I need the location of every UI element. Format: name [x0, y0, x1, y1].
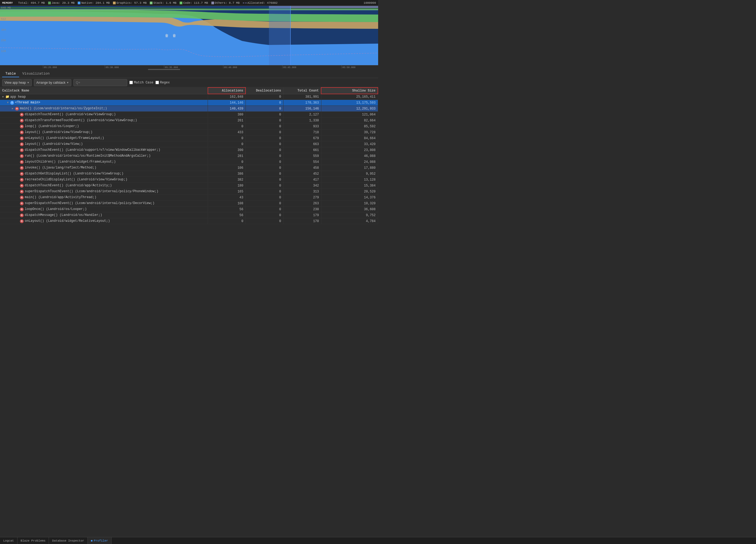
alloc-cell: 386 [208, 171, 246, 177]
table-row[interactable]: monLayout() (Landroid/widget/RelativeLay… [0, 218, 378, 224]
method-icon: T [10, 101, 14, 105]
callstack-name: dispatchTouchEvent() (Landroid/support/v… [25, 148, 160, 152]
callstack-cell: mdispatchGetDisplayList() (Landroid/view… [0, 171, 208, 177]
method-icon: m [20, 142, 24, 146]
method-icon: m [20, 196, 24, 199]
table-row[interactable]: ▼T<Thread main>144,1460170,36313,175,593 [0, 100, 378, 106]
callstack-cell: msuperDispatchTouchEvent() (Lcom/android… [0, 200, 208, 206]
callstack-name: superDispatchTouchEvent() (Lcom/android/… [25, 201, 154, 205]
shallow-size-cell: 121,064 [321, 112, 378, 118]
col-deallocations[interactable]: Deallocations [246, 87, 283, 94]
alloc-cell: 261 [208, 118, 246, 123]
table-row[interactable]: mdispatchMessage() (Landroid/os/Handler;… [0, 212, 378, 218]
table-row[interactable]: monLayout() (Landroid/widget/FrameLayout… [0, 135, 378, 141]
regex-label[interactable]: Regex [155, 81, 170, 84]
expand-arrow[interactable]: ▼ [2, 95, 5, 98]
callstack-cell: mloopOnce() (Landroid/os/Looper;) [0, 206, 208, 212]
total-count-cell: 263 [283, 200, 321, 206]
tab-table[interactable]: Table [2, 70, 19, 77]
table-row[interactable]: mrecreateChildDisplayList() (Landroid/vi… [0, 177, 378, 183]
search-input[interactable] [73, 79, 127, 86]
others-legend: Others: 8.7 MB [211, 1, 240, 5]
tab-visualization[interactable]: Visualization [19, 70, 53, 77]
dealloc-cell: 0 [246, 106, 283, 112]
toolbar: View app heap ▼ Arrange by callstack ▼ M… [0, 78, 378, 87]
table-row[interactable]: mdispatchTouchEvent() (Landroid/app/Acti… [0, 183, 378, 189]
callstack-cell: mdispatchTouchEvent() (Landroid/view/Vie… [0, 112, 208, 118]
callstack-name: dispatchTouchEvent() (Landroid/view/View… [25, 112, 116, 116]
callstack-cell: monLayout() (Landroid/widget/RelativeLay… [0, 218, 208, 224]
stack-legend: Stack: 1.6 MB [150, 1, 176, 5]
total-count-cell: 679 [283, 135, 321, 141]
indent-spacer [2, 148, 17, 152]
table-row[interactable]: msuperDispatchTouchEvent() (Lcom/android… [0, 200, 378, 206]
heap-dropdown[interactable]: View app heap ▼ [2, 79, 32, 86]
arrange-dropdown[interactable]: Arrange by callstack ▼ [34, 79, 71, 86]
alloc-cell: 380 [208, 112, 246, 118]
table-row[interactable]: mmain() (Landroid/app/ActivityThread;)43… [0, 194, 378, 200]
svg-rect-18 [148, 69, 180, 70]
regex-checkbox[interactable] [155, 81, 159, 84]
col-total-count[interactable]: Total Count [283, 87, 321, 94]
table-row[interactable]: mlayoutChildren() (Landroid/widget/Frame… [0, 159, 378, 165]
dealloc-cell: 0 [246, 135, 283, 141]
table-row[interactable]: mloop() (Landroid/os/Looper;)0093385,592 [0, 123, 378, 129]
table-row[interactable]: msuperDispatchTouchEvent() (Lcom/android… [0, 189, 378, 194]
indent-spacer [2, 201, 17, 205]
alloc-cell: 144,146 [208, 100, 246, 106]
method-icon: m [20, 207, 24, 211]
alloc-cell: 0 [208, 123, 246, 129]
alloc-cell: 0 [208, 141, 246, 147]
callstack-name: superDispatchTouchEvent() (Lcom/android/… [25, 189, 158, 193]
expand-arrow[interactable]: ▶ [12, 107, 15, 110]
method-icon: m [15, 107, 19, 111]
svg-text:05:35.000: 05:35.000 [165, 66, 178, 69]
table-row[interactable]: mdispatchGetDisplayList() (Landroid/view… [0, 171, 378, 177]
heap-dropdown-label: View app heap [5, 81, 26, 84]
table-row[interactable]: mrun() (Lcom/android/internal/os/Runtime… [0, 153, 378, 159]
dealloc-cell: 0 [246, 118, 283, 123]
shallow-size-cell: 85,592 [321, 123, 378, 129]
indent-spacer [2, 107, 12, 110]
callstack-name: run() (Lcom/android/internal/os/RuntimeI… [25, 154, 151, 158]
match-case-label[interactable]: Match Case [129, 81, 153, 84]
total-count-cell: 933 [283, 123, 321, 129]
table-row[interactable]: mloopOnce() (Landroid/os/Looper;)5602303… [0, 206, 378, 212]
dealloc-cell: 0 [246, 189, 283, 194]
shallow-size-cell: 10,320 [321, 200, 378, 206]
shallow-size-cell: 13,175,593 [321, 100, 378, 106]
table-row[interactable]: mdispatchTransformedTouchEvent() (Landro… [0, 118, 378, 123]
alloc-cell: 43 [208, 194, 246, 200]
graphics-legend: Graphics: 57.3 MB [113, 1, 147, 5]
match-case-checkbox[interactable] [129, 81, 133, 84]
callstack-cell: mdispatchTransformedTouchEvent() (Landro… [0, 118, 208, 123]
callstack-name: dispatchMessage() (Landroid/os/Handler;) [25, 213, 102, 217]
table-row[interactable]: ▶mmain() (Lcom/android/internal/os/Zygot… [0, 106, 378, 112]
indent-spacer [2, 166, 17, 169]
total-count-cell: 663 [283, 141, 321, 147]
total-count-cell: 1,330 [283, 118, 321, 123]
col-shallow-size[interactable]: Shallow Size [321, 87, 378, 94]
table-row[interactable]: mlayout() (Landroid/view/View;)0066333,4… [0, 141, 378, 147]
java-legend: Java: 29.3 MB [48, 1, 75, 5]
alloc-cell: 162,848 [208, 94, 246, 100]
shallow-size-cell: 4,784 [321, 218, 378, 224]
table-container[interactable]: Callstack Name Allocations Deallocations… [0, 87, 378, 272]
shallow-size-cell: 9,752 [321, 212, 378, 218]
method-icon: m [20, 172, 24, 176]
table-row[interactable]: mdispatchTouchEvent() (Landroid/support/… [0, 147, 378, 153]
table-row[interactable]: minvoke() (Ljava/lang/reflect/Method;)10… [0, 165, 378, 171]
table-row[interactable]: ▼📁app heap162,8480381,99125,165,411 [0, 94, 378, 100]
col-allocations[interactable]: Allocations [208, 87, 246, 94]
callstack-cell: ▶mmain() (Lcom/android/internal/os/Zygot… [0, 106, 208, 112]
table-row[interactable]: mdispatchTouchEvent() (Landroid/view/Vie… [0, 112, 378, 118]
heap-dropdown-arrow: ▼ [27, 81, 29, 84]
callstack-name: loopOnce() (Landroid/os/Looper;) [25, 207, 87, 211]
dealloc-cell: 0 [246, 153, 283, 159]
expand-arrow[interactable]: ▼ [7, 101, 10, 104]
indent-spacer [2, 112, 17, 116]
method-icon: m [20, 113, 24, 116]
indent-spacer [2, 219, 17, 223]
memory-header: MEMORY Total: 494.7 MB Java: 29.3 MB Nat… [0, 0, 378, 6]
table-row[interactable]: mlayout() (Landroid/view/ViewGroup;)4330… [0, 129, 378, 135]
